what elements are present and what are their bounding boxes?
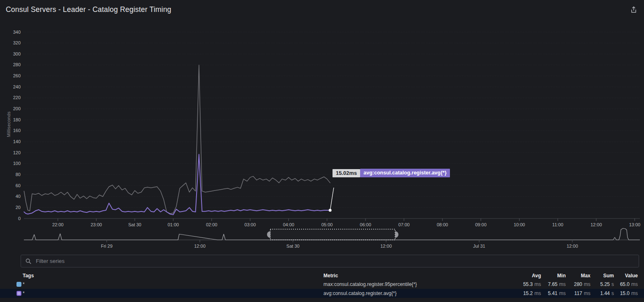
col-header-min[interactable]: Min [541, 273, 566, 279]
series-tag: * [23, 281, 323, 287]
tooltip-series-name: avg:consul.catalog.register.avg{*} [360, 169, 450, 177]
x-tick-label: 10:00 [514, 222, 525, 227]
series-avg-line[interactable] [24, 154, 330, 215]
x-tick-label: 12:00 [590, 222, 602, 227]
y-tick-label: 40 [16, 194, 21, 199]
series-95percentile-line[interactable] [24, 65, 330, 214]
search-icon [25, 258, 32, 265]
x-tick-label: 13:00 [629, 222, 641, 227]
series-avg: 55.3ms [512, 281, 541, 287]
y-tick-label: 340 [13, 30, 21, 35]
series-avg: 15.2ms [512, 290, 541, 296]
series-sum: 5.25s [590, 281, 614, 287]
x-tick-label: 11:00 [552, 222, 563, 227]
hover-tooltip: avg:consul.catalog.register.avg{*} 15.02… [333, 169, 450, 177]
x-tick-label: 05:00 [321, 222, 333, 227]
metric-chart-widget: Consul Servers - Leader - Catalog Regist… [0, 0, 644, 302]
series-min: 7.65ms [541, 281, 566, 287]
timeseries-chart[interactable]: 0204060801001201401601802002202402602803… [0, 0, 644, 252]
y-tick-label: 100 [13, 161, 21, 166]
minimap-tick-label: 12:00 [194, 244, 206, 249]
y-tick-label: 300 [13, 51, 21, 56]
minimap-tick-label: 12:00 [380, 244, 392, 249]
y-tick-label: 240 [13, 84, 21, 89]
filter-series-input[interactable] [35, 258, 635, 265]
series-metric: avg:consul.catalog.register.avg{*} [323, 290, 512, 296]
y-tick-label: 0 [18, 216, 21, 221]
series-sum: 1.44s [590, 290, 614, 296]
y-tick-label: 160 [13, 128, 21, 133]
tooltip-connector [330, 188, 334, 210]
x-tick-label: 06:00 [360, 222, 371, 227]
col-header-value[interactable]: Value [614, 273, 638, 279]
series-max: 117ms [566, 290, 590, 296]
series-swatch[interactable] [12, 281, 23, 287]
minimap-tick-label: 12:00 [567, 244, 578, 249]
brush-handle-left[interactable] [267, 231, 270, 238]
y-grid: 0204060801001201401601802002202402602803… [13, 30, 640, 221]
y-tick-label: 180 [13, 117, 21, 122]
y-tick-label: 120 [13, 150, 21, 155]
x-tick-label: 22:00 [52, 222, 64, 227]
table-header-row: Tags Metric Avg Min Max Sum Value [0, 271, 644, 280]
minimap-tick-label: Sat 30 [286, 244, 300, 249]
series-metric: max:consul.catalog.register.95percentile… [323, 281, 512, 287]
y-tick-label: 260 [13, 73, 21, 78]
series-max: 280ms [566, 281, 590, 287]
series-table: Tags Metric Avg Min Max Sum Value *max:c… [0, 271, 644, 298]
minimap-tick-label: Jul 31 [473, 244, 485, 249]
y-tick-label: 220 [13, 95, 21, 100]
x-tick-label: 04:00 [283, 222, 295, 227]
x-tick-label: 07:00 [398, 222, 410, 227]
x-tick-label: 08:00 [437, 222, 448, 227]
series-min: 5.41ms [541, 290, 566, 296]
x-tick-label: 23:00 [91, 222, 102, 227]
series-row[interactable]: *avg:consul.catalog.register.avg{*}15.2m… [0, 289, 644, 298]
series-value: 15.0ms [614, 290, 638, 296]
series-row[interactable]: *max:consul.catalog.register.95percentil… [0, 280, 644, 289]
y-tick-label: 20 [16, 205, 21, 210]
minimap-tick-label: Fri 29 [101, 244, 112, 249]
x-tick-label: 02:00 [206, 222, 218, 227]
y-tick-label: 320 [13, 40, 21, 45]
y-tick-label: 60 [16, 183, 21, 188]
y-tick-label: 280 [13, 62, 21, 67]
y-tick-label: 80 [16, 172, 21, 177]
col-header-max[interactable]: Max [566, 273, 590, 279]
minimap: Fri 2912:00Sat 3012:00Jul 3112:00 [24, 228, 640, 249]
y-tick-label: 200 [13, 106, 21, 111]
y-axis-title: Milliseconds [6, 100, 11, 149]
brush-handle-right[interactable] [395, 231, 398, 238]
series-tag: * [23, 290, 323, 296]
hover-point-marker [329, 209, 332, 212]
x-tick-label: 01:00 [168, 222, 179, 227]
x-axis: 22:0023:00Sat 3001:0002:0003:0004:0005:0… [52, 218, 641, 227]
x-tick-label: 09:00 [475, 222, 487, 227]
col-header-metric[interactable]: Metric [323, 273, 512, 279]
x-tick-label: 03:00 [244, 222, 256, 227]
series-value: 65.0ms [614, 281, 638, 287]
tooltip-value: 15.02ms [333, 169, 360, 177]
col-header-sum[interactable]: Sum [590, 273, 614, 279]
x-tick-label: Sat 30 [128, 222, 141, 227]
col-header-avg[interactable]: Avg [512, 273, 541, 279]
col-header-tags[interactable]: Tags [23, 273, 323, 279]
time-brush[interactable] [270, 229, 395, 240]
y-tick-label: 140 [13, 139, 21, 144]
filter-series-bar [21, 255, 639, 267]
series-swatch[interactable] [12, 290, 23, 296]
